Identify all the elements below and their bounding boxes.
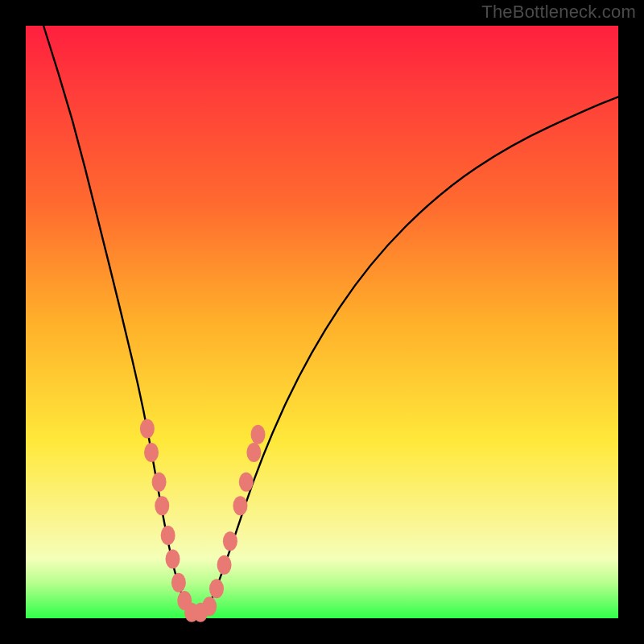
data-point	[171, 573, 186, 592]
v-curve-path	[43, 26, 618, 615]
data-point	[155, 496, 169, 515]
data-point	[161, 526, 175, 545]
data-point	[144, 443, 159, 462]
data-point	[246, 443, 261, 462]
chart-container: TheBottleneck.com	[0, 0, 644, 644]
data-point	[251, 425, 266, 444]
data-point	[166, 549, 180, 568]
watermark-text: TheBottleneck.com	[481, 2, 636, 23]
data-point	[140, 419, 155, 438]
data-point	[217, 555, 232, 575]
data-point	[202, 597, 217, 616]
data-point	[209, 579, 224, 598]
chart-svg	[26, 26, 618, 618]
data-point	[239, 473, 254, 492]
data-point	[233, 496, 247, 515]
data-point	[223, 531, 237, 551]
data-point	[152, 473, 167, 492]
scatter-group	[140, 419, 266, 621]
plot-area	[26, 26, 618, 618]
